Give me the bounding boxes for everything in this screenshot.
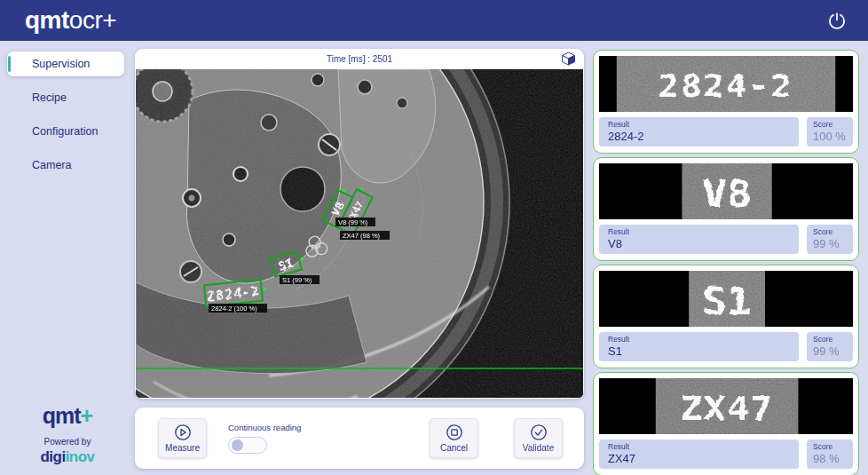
result-card-3: S1 Result S1 Score 99 %	[593, 265, 859, 368]
cube-3d-icon	[561, 51, 576, 67]
sidebar: Supervision Recipe Configuration Camera …	[0, 41, 135, 475]
ocr-label-zx47: ZX47 (98 %)	[340, 231, 390, 240]
qmt-plus-logo: qmt+	[0, 403, 135, 429]
score-field: Score 98 %	[807, 439, 853, 469]
cancel-button[interactable]: Cancel	[430, 418, 478, 458]
sidebar-item-label: Recipe	[32, 91, 67, 104]
score-value: 99 %	[813, 344, 847, 358]
stop-icon	[446, 424, 463, 441]
svg-text:ZX47 (98 %): ZX47 (98 %)	[343, 232, 381, 240]
sidebar-item-label: Camera	[32, 159, 71, 171]
sidebar-item-supervision[interactable]: Supervision	[7, 51, 124, 76]
measure-button-label: Measure	[165, 443, 200, 453]
result-crop-image-s1: S1	[599, 271, 853, 327]
digiinov-logo: digiinov	[0, 448, 135, 466]
result-card-4: ZX47 Result ZX47 Score 98 %	[593, 372, 859, 475]
controls-bar: Measure Continuous reading Cancel	[135, 408, 584, 469]
toggle-knob	[232, 439, 243, 451]
validate-button[interactable]: Validate	[514, 418, 563, 458]
main-panel: Time [ms] : 2501	[135, 41, 584, 475]
sidebar-item-label: Configuration	[32, 125, 98, 138]
result-crop-image-2824-2: 2824-2	[599, 56, 853, 112]
ocr-label-s1: S1 (99 %)	[280, 275, 320, 284]
sidebar-item-camera[interactable]: Camera	[7, 153, 124, 178]
svg-text:S1 (99 %): S1 (99 %)	[282, 276, 312, 284]
continuous-reading-toggle[interactable]	[228, 437, 267, 454]
result-value: V8	[608, 237, 790, 250]
continuous-reading-label: Continuous reading	[228, 423, 301, 432]
result-card-1: 2824-2 Result 2824-2 Score 100 %	[593, 50, 859, 154]
result-label: Result	[608, 335, 790, 344]
result-field: Result 2824-2	[599, 117, 799, 146]
score-value: 98 %	[813, 452, 847, 465]
measure-button[interactable]: Measure	[158, 418, 207, 458]
validate-button-label: Validate	[523, 443, 554, 453]
camera-view-card: Time [ms] : 2501	[135, 49, 584, 399]
svg-text:ZX47: ZX47	[681, 389, 774, 428]
continuous-reading-control: Continuous reading	[228, 423, 301, 454]
sidebar-footer: qmt+ Powered by digiinov	[0, 403, 135, 466]
watch-movement-photo: ETA 2824-2 S1 V8 ZX47	[136, 69, 583, 398]
svg-text:2824-2 (100 %): 2824-2 (100 %)	[211, 305, 257, 313]
power-button[interactable]	[824, 7, 850, 34]
score-label: Score	[813, 120, 847, 129]
score-field: Score 99 %	[807, 225, 853, 254]
sidebar-item-recipe[interactable]: Recipe	[7, 85, 124, 110]
sidebar-item-configuration[interactable]: Configuration	[7, 119, 124, 144]
result-card-2: V8 Result V8 Score 99 %	[593, 157, 859, 261]
active-accent-bar	[8, 56, 11, 72]
result-value: ZX47	[608, 452, 790, 465]
score-label: Score	[813, 335, 847, 344]
score-value: 99 %	[813, 237, 847, 250]
result-value: S1	[608, 344, 790, 358]
ocr-label-2824-2: 2824-2 (100 %)	[209, 304, 267, 313]
result-field: Result ZX47	[599, 439, 799, 469]
result-crop-image-zx47: ZX47	[599, 378, 853, 434]
result-field: Result V8	[599, 225, 799, 254]
app-logo-bold: qmt	[25, 6, 69, 34]
score-label: Score	[813, 442, 847, 451]
ocr-label-v8: V8 (99 %)	[335, 218, 375, 226]
result-field: Result S1	[599, 332, 799, 361]
svg-text:V8 (99 %): V8 (99 %)	[338, 218, 368, 226]
processing-time-label: Time [ms] : 2501	[327, 54, 392, 64]
score-value: 100 %	[813, 130, 847, 143]
cancel-button-label: Cancel	[440, 443, 468, 453]
svg-text:2824-2: 2824-2	[659, 68, 793, 105]
score-label: Score	[813, 227, 847, 236]
camera-image-view[interactable]: ETA 2824-2 S1 V8 ZX47	[136, 69, 583, 398]
result-label: Result	[608, 120, 790, 129]
powered-by-text: Powered by	[0, 437, 135, 447]
results-panel: 2824-2 Result 2824-2 Score 100 % V8	[593, 41, 859, 475]
svg-text:S1: S1	[702, 280, 752, 323]
check-icon	[530, 424, 548, 441]
result-label: Result	[608, 227, 790, 236]
app-logo: qmtocr+	[25, 6, 116, 35]
top-bar: qmtocr+	[0, 0, 868, 41]
play-icon	[174, 424, 192, 441]
result-value: 2824-2	[608, 130, 790, 143]
result-label: Result	[608, 442, 790, 451]
score-field: Score 100 %	[807, 117, 853, 146]
cube-view-button[interactable]	[561, 51, 576, 70]
sidebar-item-label: Supervision	[32, 58, 90, 70]
camera-view-header: Time [ms] : 2501	[135, 49, 584, 69]
power-icon	[827, 11, 847, 30]
app-logo-rest: ocr+	[69, 6, 116, 34]
result-crop-image-v8: V8	[599, 163, 853, 219]
svg-text:V8: V8	[702, 172, 752, 216]
score-field: Score 99 %	[807, 332, 853, 361]
